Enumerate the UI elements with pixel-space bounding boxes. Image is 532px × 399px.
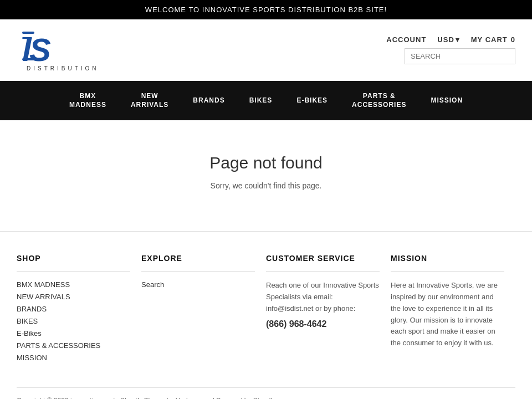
- list-item[interactable]: Search: [141, 280, 255, 289]
- nav-link-ebikes[interactable]: E-BIKES: [284, 85, 340, 116]
- currency-selector[interactable]: USD ▾: [437, 35, 459, 44]
- footer-explore-divider: [141, 272, 255, 272]
- footer-cs-description: Reach one of our Innovative Sports Speci…: [266, 280, 380, 314]
- footer-columns: SHOP BMX MADNESS NEW ARRIVALS BRANDS BIK…: [17, 254, 515, 365]
- footer-mission-description: Here at Innovative Sports, we are inspir…: [391, 280, 504, 349]
- logo-svg: IS DISTRIBUTION: [17, 25, 105, 75]
- shop-link-new-arrivals[interactable]: NEW ARRIVALS: [17, 293, 70, 301]
- nav-link-bmx-madness[interactable]: BMXMADNESS: [57, 81, 119, 120]
- explore-link-search[interactable]: Search: [141, 280, 164, 289]
- shop-link-mission[interactable]: MISSION: [17, 354, 47, 362]
- list-item[interactable]: PARTS & ACCESSORIES: [17, 341, 130, 350]
- header: IS DISTRIBUTION ACCOUNT USD ▾ MY CART 0: [0, 19, 532, 81]
- footer-shop-heading: SHOP: [17, 254, 130, 263]
- cart-link[interactable]: MY CART 0: [471, 35, 515, 44]
- nav-item-bikes[interactable]: BIKES: [237, 85, 285, 116]
- header-actions: ACCOUNT USD ▾ MY CART 0: [386, 35, 515, 44]
- nav-item-ebikes[interactable]: E-BIKES: [284, 85, 340, 116]
- footer-customer-service-heading: CUSTOMER SERVICE: [266, 254, 380, 263]
- list-item[interactable]: MISSION: [17, 353, 130, 362]
- nav-list: BMXMADNESS NEWARRIVALS BRANDS BIKES E-BI…: [11, 81, 521, 120]
- nav-item-parts[interactable]: PARTS &ACCESSORIES: [340, 81, 418, 120]
- list-item[interactable]: BIKES: [17, 316, 130, 325]
- account-link[interactable]: ACCOUNT: [386, 35, 426, 44]
- footer: SHOP BMX MADNESS NEW ARRIVALS BRANDS BIK…: [0, 231, 532, 399]
- copyright-text: Copyright © 2023 innovativesports Shopif…: [17, 397, 275, 399]
- chevron-down-icon: ▾: [456, 35, 460, 44]
- logo[interactable]: IS DISTRIBUTION: [17, 25, 105, 75]
- nav-link-bikes[interactable]: BIKES: [237, 85, 285, 116]
- list-item[interactable]: NEW ARRIVALS: [17, 292, 130, 301]
- top-banner: WELCOME TO INNOVATIVE SPORTS DISTRIBUTIO…: [0, 0, 532, 19]
- nav-item-brands[interactable]: BRANDS: [181, 85, 237, 116]
- banner-text: WELCOME TO INNOVATIVE SPORTS DISTRIBUTIO…: [145, 6, 387, 14]
- svg-rect-1: [22, 32, 34, 34]
- footer-explore-links: Search: [141, 280, 255, 289]
- nav-link-brands[interactable]: BRANDS: [181, 85, 237, 116]
- shop-link-bmx[interactable]: BMX MADNESS: [17, 280, 70, 289]
- footer-shop-links: BMX MADNESS NEW ARRIVALS BRANDS BIKES E-…: [17, 280, 130, 362]
- nav-link-parts[interactable]: PARTS &ACCESSORIES: [340, 81, 418, 120]
- shop-link-bikes[interactable]: BIKES: [17, 317, 38, 325]
- svg-text:IS: IS: [22, 32, 51, 68]
- footer-shop: SHOP BMX MADNESS NEW ARRIVALS BRANDS BIK…: [17, 254, 141, 365]
- footer-mission-divider: [391, 272, 504, 272]
- logo-area: IS DISTRIBUTION: [17, 25, 105, 75]
- svg-text:DISTRIBUTION: DISTRIBUTION: [27, 65, 99, 71]
- search-bar: [405, 48, 515, 64]
- nav-link-new-arrivals[interactable]: NEWARRIVALS: [119, 81, 181, 120]
- nav-link-mission[interactable]: MISSION: [418, 85, 475, 116]
- nav-item-mission[interactable]: MISSION: [418, 85, 475, 116]
- footer-customer-service: CUSTOMER SERVICE Reach one of our Innova…: [266, 254, 391, 365]
- svg-rect-3: [22, 58, 34, 60]
- list-item[interactable]: E-Bikes: [17, 329, 130, 337]
- footer-mission-heading: MISSION: [391, 254, 504, 263]
- list-item[interactable]: BRANDS: [17, 304, 130, 313]
- nav-item-bmx-madness[interactable]: BMXMADNESS: [57, 81, 119, 120]
- header-right: ACCOUNT USD ▾ MY CART 0: [386, 35, 515, 64]
- main-nav: BMXMADNESS NEWARRIVALS BRANDS BIKES E-BI…: [0, 81, 532, 120]
- footer-shop-divider: [17, 272, 130, 272]
- svg-rect-2: [22, 37, 32, 39]
- list-item[interactable]: BMX MADNESS: [17, 280, 130, 289]
- shop-link-brands[interactable]: BRANDS: [17, 305, 47, 313]
- cart-count: 0: [511, 35, 515, 44]
- footer-cs-divider: [266, 272, 380, 272]
- footer-explore: EXPLORE Search: [141, 254, 266, 365]
- page-not-found-subtitle: Sorry, we couldn't find this page.: [11, 181, 521, 190]
- page-not-found-title: Page not found: [11, 154, 521, 172]
- shop-link-parts[interactable]: PARTS & ACCESSORIES: [17, 341, 100, 350]
- search-input[interactable]: [405, 48, 515, 64]
- footer-cs-phone: (866) 968-4642: [266, 319, 380, 329]
- footer-bottom: Copyright © 2023 innovativesports Shopif…: [17, 387, 515, 399]
- footer-explore-heading: EXPLORE: [141, 254, 255, 263]
- shop-link-ebikes[interactable]: E-Bikes: [17, 329, 42, 337]
- nav-item-new-arrivals[interactable]: NEWARRIVALS: [119, 81, 181, 120]
- footer-mission: MISSION Here at Innovative Sports, we ar…: [391, 254, 515, 365]
- main-content: Page not found Sorry, we couldn't find t…: [0, 120, 532, 231]
